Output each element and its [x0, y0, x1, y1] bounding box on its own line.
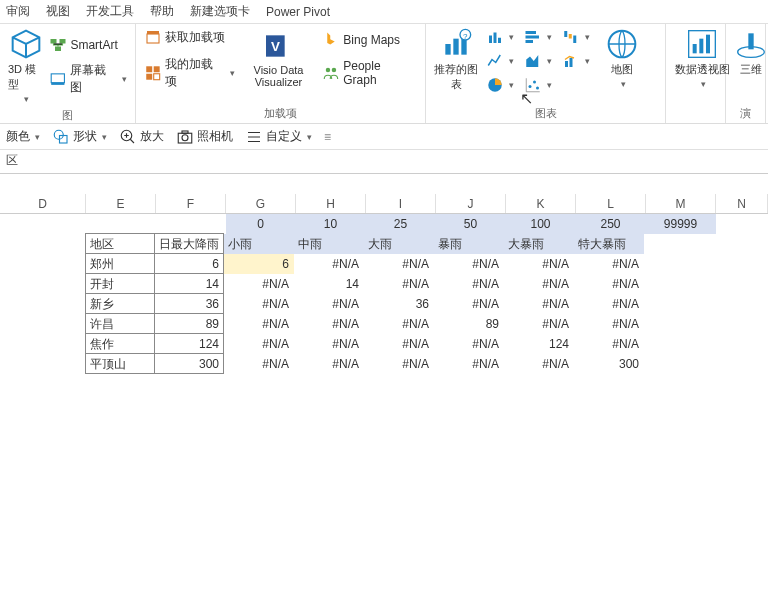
cell[interactable]: #N/A: [504, 274, 574, 294]
cell[interactable]: #N/A: [224, 334, 294, 354]
cell[interactable]: 250: [576, 214, 646, 234]
cell[interactable]: 36: [364, 294, 434, 314]
cell[interactable]: [716, 214, 768, 234]
cell[interactable]: #N/A: [364, 254, 434, 274]
cell[interactable]: [0, 314, 86, 334]
cell[interactable]: 新乡: [85, 293, 155, 314]
menu-dev[interactable]: 开发工具: [86, 3, 134, 20]
cell[interactable]: 124: [504, 334, 574, 354]
cell[interactable]: #N/A: [574, 334, 644, 354]
cell[interactable]: 6: [154, 253, 224, 274]
col-header-F[interactable]: F: [156, 194, 226, 213]
cell[interactable]: #N/A: [434, 254, 504, 274]
cell[interactable]: 0: [226, 214, 296, 234]
cell[interactable]: [86, 214, 156, 234]
cell[interactable]: [714, 354, 766, 374]
cell[interactable]: #N/A: [504, 294, 574, 314]
cell[interactable]: 日最大降雨: [154, 233, 224, 254]
cell[interactable]: [0, 254, 86, 274]
waterfall-chart-button[interactable]: ▾: [562, 28, 592, 46]
cell[interactable]: [156, 214, 226, 234]
pie-chart-button[interactable]: ▾: [486, 76, 516, 94]
cell[interactable]: [714, 294, 766, 314]
scatter-chart-button[interactable]: ▾: [524, 76, 554, 94]
cell[interactable]: #N/A: [434, 334, 504, 354]
cell[interactable]: 300: [574, 354, 644, 374]
cell[interactable]: 124: [154, 333, 224, 354]
cell[interactable]: [644, 314, 714, 334]
shape-button[interactable]: 形状▾: [52, 128, 107, 146]
cell[interactable]: #N/A: [574, 294, 644, 314]
cell[interactable]: #N/A: [364, 354, 434, 374]
recommended-charts-button[interactable]: ? 推荐的图表: [434, 28, 478, 92]
cell[interactable]: #N/A: [504, 354, 574, 374]
threed-model-button[interactable]: 3D 模型▾: [8, 28, 43, 104]
get-addin-button[interactable]: 获取加载项: [144, 28, 235, 46]
cell[interactable]: [644, 234, 714, 254]
camera-button[interactable]: 照相机: [176, 128, 233, 146]
cell[interactable]: [0, 334, 86, 354]
cell[interactable]: [0, 354, 86, 374]
col-header-E[interactable]: E: [86, 194, 156, 213]
cell[interactable]: #N/A: [294, 254, 364, 274]
col-header-K[interactable]: K: [506, 194, 576, 213]
col-header-L[interactable]: L: [576, 194, 646, 213]
cell[interactable]: 300: [154, 353, 224, 374]
threed-map-button[interactable]: 三维: [734, 28, 768, 77]
color-button[interactable]: 颜色▾: [6, 128, 40, 145]
map-button[interactable]: 地图▾: [600, 28, 644, 89]
cell[interactable]: #N/A: [294, 314, 364, 334]
cell[interactable]: 地区: [85, 233, 155, 254]
menu-pivot[interactable]: Power Pivot: [266, 5, 330, 19]
cell[interactable]: 中雨: [294, 234, 364, 254]
cell[interactable]: [714, 274, 766, 294]
zoom-in-button[interactable]: 放大: [119, 128, 164, 146]
cell[interactable]: #N/A: [504, 314, 574, 334]
col-header-M[interactable]: M: [646, 194, 716, 213]
cell[interactable]: 平顶山: [85, 353, 155, 374]
cell[interactable]: [644, 254, 714, 274]
cell[interactable]: #N/A: [224, 294, 294, 314]
cell[interactable]: 焦作: [85, 333, 155, 354]
cell[interactable]: [714, 234, 766, 254]
menu-review[interactable]: 审阅: [6, 3, 30, 20]
cell[interactable]: [644, 354, 714, 374]
menu-newtab[interactable]: 新建选项卡: [190, 3, 250, 20]
cell[interactable]: #N/A: [574, 314, 644, 334]
people-graph-button[interactable]: People Graph: [322, 59, 417, 87]
col-header-J[interactable]: J: [436, 194, 506, 213]
cell[interactable]: 许昌: [85, 313, 155, 334]
cell[interactable]: 开封: [85, 273, 155, 294]
cell[interactable]: [644, 334, 714, 354]
overflow-button[interactable]: ≡: [324, 130, 331, 144]
cell[interactable]: [644, 294, 714, 314]
bing-maps-button[interactable]: Bing Maps: [322, 31, 417, 49]
cell[interactable]: 大暴雨: [504, 234, 574, 254]
cell[interactable]: #N/A: [574, 254, 644, 274]
cell[interactable]: #N/A: [224, 314, 294, 334]
cell[interactable]: #N/A: [504, 254, 574, 274]
cell[interactable]: 14: [154, 273, 224, 294]
column-chart-button[interactable]: ▾: [486, 28, 516, 46]
visio-button[interactable]: V Visio Data Visualizer: [249, 30, 309, 88]
line-chart-button[interactable]: ▾: [486, 52, 516, 70]
menu-help[interactable]: 帮助: [150, 3, 174, 20]
cell[interactable]: #N/A: [294, 354, 364, 374]
cell[interactable]: [714, 314, 766, 334]
cell[interactable]: #N/A: [434, 274, 504, 294]
cell[interactable]: 89: [154, 313, 224, 334]
cell[interactable]: 100: [506, 214, 576, 234]
cell[interactable]: [714, 254, 766, 274]
spreadsheet-grid[interactable]: D E F G H I J K L M N 0 10 25 50 100 250…: [0, 194, 768, 374]
cell[interactable]: [714, 334, 766, 354]
cell[interactable]: 特大暴雨: [574, 234, 644, 254]
cell[interactable]: #N/A: [434, 294, 504, 314]
custom-button[interactable]: 自定义▾: [245, 128, 312, 146]
cell[interactable]: 10: [296, 214, 366, 234]
pivotchart-button[interactable]: 数据透视图▾: [674, 28, 730, 89]
screenshot-button[interactable]: 屏幕截图▾: [49, 62, 127, 96]
cell[interactable]: [0, 214, 86, 234]
smartart-button[interactable]: SmartArt: [49, 36, 127, 54]
cell[interactable]: #N/A: [294, 334, 364, 354]
cell[interactable]: #N/A: [364, 334, 434, 354]
